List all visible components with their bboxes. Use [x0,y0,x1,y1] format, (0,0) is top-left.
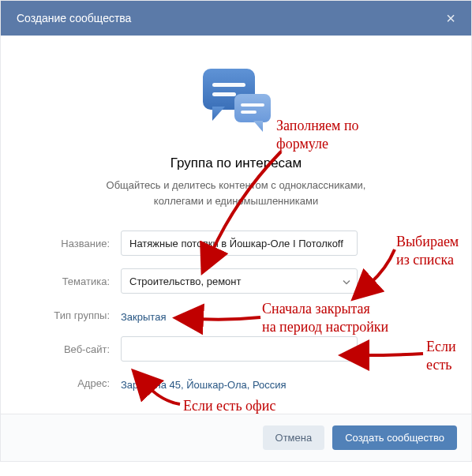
row-address: Адрес: Зарубина 45, Йошкар-Ола, Россия [32,374,440,392]
modal-header: Создание сообщества × [1,1,471,36]
label-name: Название: [32,238,121,249]
modal-footer: Отмена Создать сообщество [1,414,471,461]
row-group-type: Тип группы: Закрытая [32,306,440,324]
close-icon[interactable]: × [446,13,455,24]
svg-rect-4 [234,94,271,122]
row-name: Название: [32,231,440,256]
label-topic: Тематика: [32,275,121,287]
community-icon [32,62,440,141]
row-topic: Тематика: Строительство, ремонт [32,268,440,294]
create-button[interactable]: Создать сообщество [332,425,457,450]
modal-body: Группа по интересам Общайтесь и делитесь… [1,36,471,414]
topic-select[interactable]: Строительство, ремонт [121,268,358,294]
label-website: Веб-сайт: [32,343,121,355]
label-group-type: Тип группы: [32,309,121,321]
group-heading: Группа по интересам [32,156,440,171]
topic-value: Строительство, ремонт [129,275,241,287]
create-community-modal: Создание сообщества × [0,0,472,462]
svg-rect-2 [212,83,245,87]
svg-rect-7 [241,111,257,114]
svg-rect-3 [212,92,236,96]
cancel-button[interactable]: Отмена [263,425,325,450]
svg-rect-6 [241,103,264,107]
group-type-link[interactable]: Закрытая [121,306,166,323]
chevron-down-icon [343,275,350,287]
address-link[interactable]: Зарубина 45, Йошкар-Ола, Россия [121,374,287,391]
name-input[interactable] [121,231,358,256]
row-website: Веб-сайт: [32,336,440,362]
group-subheading: Общайтесь и делитесь контентом с однокла… [32,178,440,208]
label-address: Адрес: [32,377,121,389]
svg-marker-5 [253,121,263,132]
modal-title: Создание сообщества [17,12,131,24]
website-input[interactable] [121,336,358,362]
